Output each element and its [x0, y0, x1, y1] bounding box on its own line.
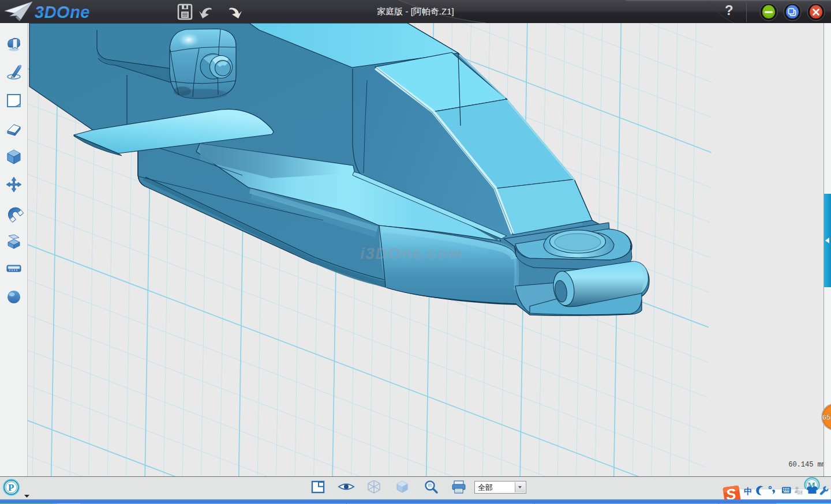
svg-text:65: 65	[822, 413, 830, 422]
svg-text:14: 14	[798, 491, 802, 494]
svg-text:P: P	[8, 482, 14, 493]
svg-text:中: 中	[744, 487, 753, 496]
svg-text:i3DOne.com: i3DOne.com	[360, 245, 463, 262]
